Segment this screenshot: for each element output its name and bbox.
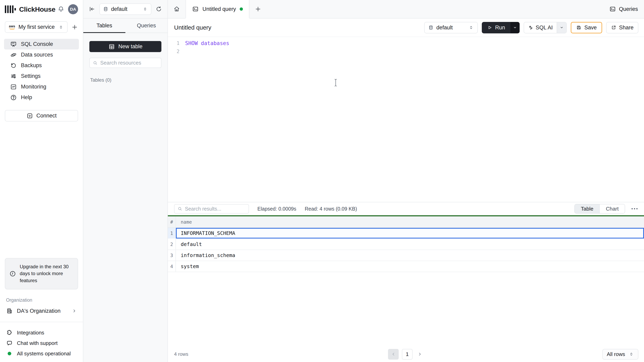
search-resources-input[interactable]: [100, 60, 158, 66]
sql-code[interactable]: SHOW databases: [185, 40, 229, 46]
add-service-button[interactable]: [71, 24, 78, 30]
service-name: My first service: [18, 24, 55, 30]
explorer-tabs: Tables Queries: [83, 18, 168, 33]
save-button[interactable]: Save: [571, 22, 602, 33]
system-status-row[interactable]: All systems operational: [0, 348, 83, 359]
share-external-icon: [611, 25, 616, 30]
pagination: 1: [388, 349, 424, 360]
line-number: 1: [168, 40, 180, 46]
service-selector-row: aws My first service: [0, 18, 83, 33]
search-results-box[interactable]: [174, 204, 249, 214]
row-index: 2: [168, 239, 176, 250]
search-resources-box[interactable]: [89, 58, 162, 68]
sql-ai-options-button[interactable]: [557, 22, 566, 33]
editor-line[interactable]: 2: [168, 47, 644, 55]
connect-button[interactable]: Connect: [5, 110, 78, 121]
table-row[interactable]: 4 system: [168, 261, 644, 272]
tab-tables[interactable]: Tables: [83, 18, 126, 32]
editor-line[interactable]: 1 SHOW databases: [168, 39, 644, 47]
column-header-index[interactable]: #: [168, 216, 176, 227]
sidebar-item-chat-support[interactable]: Chat with support: [0, 338, 83, 348]
chevron-updown-icon: [468, 25, 474, 30]
row-index: 4: [168, 261, 176, 272]
chevron-down-icon: [559, 25, 564, 30]
sidebar-item-help[interactable]: Help: [4, 92, 79, 103]
row-value[interactable]: system: [176, 261, 644, 272]
sidebar-item-settings[interactable]: Settings: [4, 71, 79, 81]
tab-untitled-query[interactable]: Untitled query: [186, 0, 249, 18]
system-status-label: All systems operational: [17, 351, 71, 357]
sql-console-icon: [10, 41, 17, 48]
run-button-group: Run: [482, 22, 520, 33]
tab-title: Untitled query: [202, 6, 236, 12]
share-button[interactable]: Share: [606, 22, 638, 33]
chevron-right-icon: [72, 308, 77, 314]
current-page[interactable]: 1: [402, 349, 412, 360]
sidebar-item-backups[interactable]: Backups: [4, 60, 79, 71]
table-row[interactable]: 2 default: [168, 239, 644, 250]
save-floppy-icon: [576, 25, 582, 30]
sidebar-item-sql-console[interactable]: SQL Console: [4, 39, 79, 49]
row-count: 4 rows: [174, 351, 188, 357]
play-icon: [487, 25, 492, 30]
sidebar-item-data-sources[interactable]: Data sources: [4, 49, 79, 60]
results-table-header: # name: [168, 216, 644, 228]
view-table-tab[interactable]: Table: [575, 204, 599, 213]
organization-row[interactable]: DA's Organization: [0, 305, 83, 317]
table-row[interactable]: 1 INFORMATION_SCHEMA: [168, 228, 644, 239]
user-avatar[interactable]: DA: [68, 4, 78, 14]
query-header: Untitled query default: [168, 18, 644, 37]
database-selector-tabbar[interactable]: default: [100, 3, 151, 15]
sidebar-item-monitoring[interactable]: Monitoring: [4, 81, 79, 92]
organization-name: DA's Organization: [17, 308, 68, 314]
sql-ai-button[interactable]: SQL AI: [524, 22, 557, 33]
sparkles-icon: [528, 25, 533, 30]
view-chart-tab[interactable]: Chart: [599, 204, 625, 213]
database-selector-query[interactable]: default: [424, 22, 478, 33]
line-number: 2: [168, 49, 180, 54]
query-title[interactable]: Untitled query: [174, 24, 211, 31]
run-options-button[interactable]: [510, 22, 520, 33]
tab-queries[interactable]: Queries: [126, 18, 168, 32]
more-options-icon[interactable]: [631, 206, 638, 211]
queries-button[interactable]: Queries: [609, 0, 638, 18]
table-row[interactable]: 3 information_schema: [168, 250, 644, 261]
sql-editor[interactable]: 1 SHOW databases 2: [168, 37, 644, 202]
tab-bar-left-controls: default: [83, 0, 168, 18]
next-page-button[interactable]: [416, 352, 424, 357]
row-value[interactable]: INFORMATION_SCHEMA: [176, 228, 644, 239]
upgrade-notice-text: Upgrade in the next 30 days to unlock mo…: [20, 263, 74, 284]
row-value[interactable]: information_schema: [176, 250, 644, 261]
chat-support-label: Chat with support: [17, 340, 58, 346]
new-table-button[interactable]: New table: [89, 41, 162, 52]
previous-page-button[interactable]: [388, 349, 399, 360]
row-value[interactable]: default: [176, 239, 644, 250]
service-selector[interactable]: aws My first service: [5, 21, 68, 33]
clock-icon: [9, 270, 16, 277]
terminal-icon: [609, 6, 616, 12]
sidebar-item-label: Backups: [21, 62, 42, 69]
row-index: 3: [168, 250, 176, 261]
sidebar-item-label: Monitoring: [21, 84, 46, 90]
text-cursor-icon: [334, 79, 337, 88]
run-button[interactable]: Run: [482, 22, 510, 33]
notifications-bell-icon[interactable]: [58, 6, 64, 13]
upgrade-notice[interactable]: Upgrade in the next 30 days to unlock mo…: [5, 258, 78, 289]
new-tab-button[interactable]: [249, 0, 267, 18]
sql-ai-label: SQL AI: [536, 24, 553, 31]
column-header-name[interactable]: name: [176, 216, 644, 227]
refresh-icon[interactable]: [155, 6, 162, 12]
unsaved-changes-dot-icon: [240, 7, 243, 11]
brand-row: ClickHouse DA: [0, 0, 83, 18]
collapse-panel-icon[interactable]: [88, 6, 96, 12]
clickhouse-app: ClickHouse DA aws My first service: [0, 0, 644, 362]
search-results-input[interactable]: [185, 206, 246, 212]
sidebar-item-integrations[interactable]: Integrations: [0, 328, 83, 338]
elapsed-time: Elapsed: 0.0009s: [258, 206, 296, 212]
page-size-selector[interactable]: All rows: [602, 349, 638, 360]
organization-section-label: Organization: [0, 298, 83, 303]
chevron-updown-icon: [142, 6, 148, 12]
home-tab[interactable]: [168, 0, 186, 18]
status-green-dot-icon: [8, 352, 11, 355]
results-table: # name 1 INFORMATION_SCHEMA 2 default: [168, 216, 644, 272]
